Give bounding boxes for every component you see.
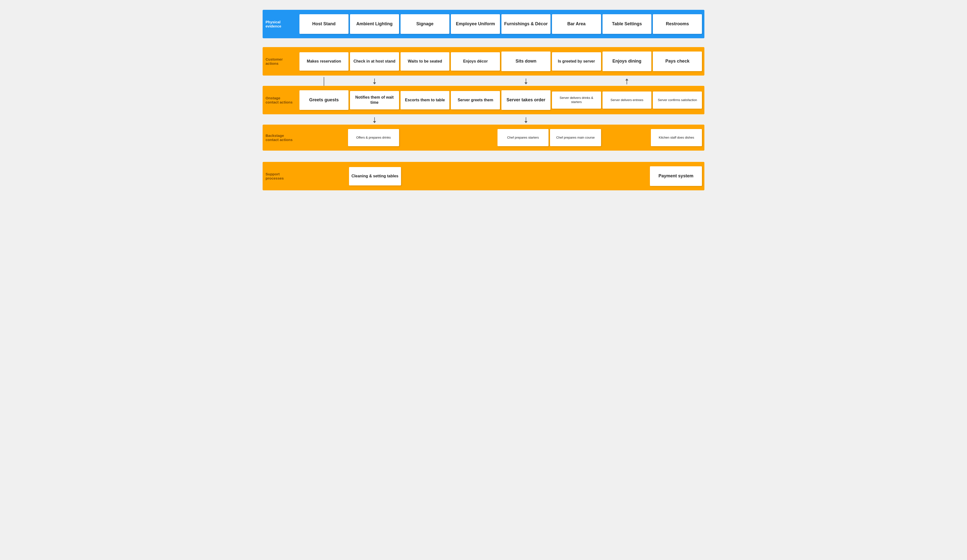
card-cleaning-tables: Cleaning & setting tables — [349, 167, 401, 185]
arrow-cell-5 — [502, 40, 551, 47]
row-physical-evidence: Physical evidence Host Stand Ambient Lig… — [262, 10, 705, 38]
card-ambient-lighting: Ambient Lighting — [350, 14, 399, 34]
card-makes-reservation: Makes reservation — [299, 52, 348, 71]
arrows-physical-to-customer — [297, 40, 705, 47]
arrow-bs-5 — [502, 117, 551, 124]
card-kitchen-dishes: Kitchen staff does dishes — [651, 129, 702, 146]
arrow-cell-c3 — [401, 78, 450, 85]
arrow-bs-2 — [350, 117, 399, 124]
onstage-content: Greets guests Notifies them of wait time… — [297, 86, 705, 114]
physical-evidence-content: Host Stand Ambient Lighting Signage Empl… — [297, 10, 705, 38]
row-onstage-actions: Onstage contact actions Greets guests No… — [262, 86, 705, 114]
customer-actions-content: Makes reservation Check in at host stand… — [297, 47, 705, 76]
card-greeted-server: Is greeted by server — [552, 52, 601, 71]
card-signage: Signage — [401, 14, 450, 34]
card-enjoys-decor: Enjoys décor — [451, 52, 500, 71]
arrow-cell-2 — [350, 40, 399, 47]
row-customer-actions: Customer actions Makes reservation Check… — [262, 47, 705, 76]
arrow-cell-c8 — [653, 78, 702, 85]
row-backstage-actions: Backstage contact actions Offers & prepa… — [262, 125, 705, 151]
card-table-settings: Table Settings — [602, 14, 652, 34]
card-enjoys-dining: Enjoys dining — [602, 51, 652, 71]
support-content: Cleaning & setting tables Payment system — [297, 162, 705, 190]
arrow-bs-8 — [653, 117, 702, 124]
row-support-processes: Support processes Cleaning & setting tab… — [262, 162, 705, 190]
card-pays-check: Pays check — [653, 51, 702, 71]
arrow-cell-c6 — [552, 78, 601, 85]
onstage-label: Onstage contact actions — [262, 86, 297, 114]
arrows-onstage-to-backstage — [297, 116, 705, 125]
arrow-down-bs5 — [525, 117, 527, 123]
card-host-stand: Host Stand — [299, 14, 348, 34]
arrow-cell-c5 — [502, 78, 551, 85]
arrow-bs-4 — [451, 117, 500, 124]
arrow-bs-6 — [552, 117, 601, 124]
physical-evidence-label: Physical evidence — [262, 10, 297, 38]
card-waits-seated: Waits to be seated — [401, 52, 450, 71]
arrow-cell-c4 — [451, 78, 500, 85]
card-greets-guests: Greets guests — [299, 90, 348, 110]
arrow-cell-7 — [602, 40, 652, 47]
arrow-bs-7 — [602, 117, 652, 124]
card-chef-main: Chef prepares main course — [550, 129, 601, 146]
card-delivers-entrees: Server delivers entrees — [602, 92, 652, 109]
arrows-backstage-to-support — [297, 152, 705, 162]
arrow-cell-c7 — [602, 78, 652, 85]
card-server-greets: Server greets them — [451, 91, 500, 109]
card-escorts-table: Escorts them to table — [401, 91, 450, 109]
card-furnishings-decor: Furnishings & Décor — [502, 14, 551, 34]
customer-actions-label: Customer actions — [262, 47, 297, 76]
card-sits-down: Sits down — [502, 51, 551, 71]
card-offers-drinks: Offers & prepares drinks — [348, 129, 399, 146]
arrow-down-col2 — [373, 79, 376, 84]
arrow-cell-c2 — [350, 78, 399, 85]
arrow-cell-4 — [451, 40, 500, 47]
card-check-in: Check in at host stand — [350, 52, 399, 71]
arrow-cell-8 — [653, 40, 702, 47]
card-delivers-drinks: Server delivers drinks & starters — [552, 92, 601, 109]
card-confirms-satisfaction: Server confirms satisfaction — [653, 92, 702, 109]
arrow-cell-c1 — [299, 78, 348, 85]
card-bar-area: Bar Area — [552, 14, 601, 34]
blueprint-container: Physical evidence Host Stand Ambient Lig… — [262, 10, 705, 190]
card-notifies-wait: Notifies them of wait time — [350, 91, 399, 109]
card-payment-system: Payment system — [650, 166, 702, 186]
arrow-up-col7 — [625, 79, 628, 84]
card-chef-starters: Chef prepares starters — [497, 129, 548, 146]
arrow-cell-6 — [552, 40, 601, 47]
support-label: Support processes — [262, 162, 297, 190]
arrow-down-bs2 — [373, 117, 376, 123]
backstage-label: Backstage contact actions — [262, 125, 297, 151]
arrow-bs-3 — [401, 117, 450, 124]
card-restrooms: Restrooms — [653, 14, 702, 34]
support-arrow-container — [299, 152, 702, 162]
card-employee-uniform: Employee Uniform — [451, 14, 500, 34]
arrows-customer-to-onstage — [297, 77, 705, 86]
arrow-cell-1 — [299, 40, 348, 47]
connector-checkin — [299, 77, 348, 86]
card-takes-order: Server takes order — [502, 90, 551, 110]
arrow-down-col5 — [525, 79, 527, 84]
backstage-content: Offers & prepares drinks Chef prepares s… — [297, 125, 705, 151]
arrow-bs-1 — [299, 117, 348, 124]
arrow-cell-3 — [401, 40, 450, 47]
